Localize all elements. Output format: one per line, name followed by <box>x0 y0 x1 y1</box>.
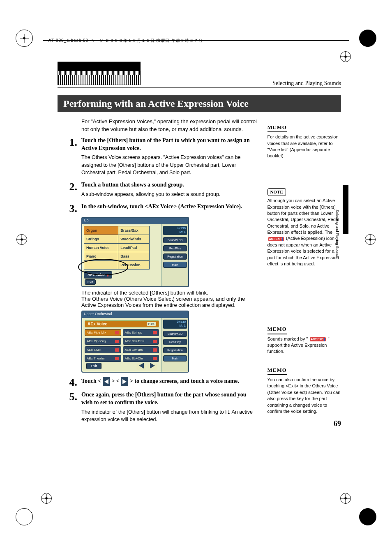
voice-aex-theater[interactable]: AEx Theater <box>85 355 121 362</box>
step-desc: The Others Voice screens appears. "Activ… <box>81 154 258 176</box>
group-leadpad[interactable]: Lead/Pad <box>118 244 150 252</box>
group-bass[interactable]: Bass <box>118 252 150 261</box>
intro-text: For "Active Expression Voices," operatin… <box>81 118 258 134</box>
group-organ[interactable]: Organ <box>84 226 118 235</box>
print-mark-icon <box>16 234 27 245</box>
exit-button[interactable]: Exit <box>85 279 96 285</box>
step-num: 3. <box>58 203 81 215</box>
step-num: 4. <box>58 377 81 389</box>
exit-button[interactable]: Exit <box>86 363 101 369</box>
after-screenshot-text: The indicator of the selected [Others] b… <box>81 290 258 296</box>
group-strings[interactable]: Strings <box>84 235 118 244</box>
step-1: 1. Touch the [Others] button of the Part… <box>58 137 258 179</box>
registration-button[interactable]: Registration <box>163 347 187 353</box>
memo-text: For details on the active expression voi… <box>267 134 341 159</box>
group-brass[interactable]: Brass/Sax <box>118 226 150 235</box>
voice-header: AEx Voice P.1/4 <box>85 320 159 327</box>
memo-text: Sounds marked by " ACT EXP " support the… <box>267 336 341 355</box>
note-label: NOTE <box>267 188 286 196</box>
print-mark-icon <box>41 493 52 504</box>
active-expression-icon: ACT EXP <box>310 337 325 341</box>
keyboard-illustration <box>58 62 141 85</box>
section-title: Performing with an Active Expression Voi… <box>58 95 341 112</box>
header-stamp: AT-800_e.book 69 ページ ２００８年１０月１５日 水曜日 午前９… <box>48 38 203 44</box>
prev-page-button[interactable] <box>136 364 146 370</box>
active-expression-icon: ACT EXP <box>268 237 284 241</box>
memo-label: MEMO <box>267 366 287 375</box>
screenshot-sound-groups: Up OrganBrass/Sax StringsWoodwinds Human… <box>81 217 189 287</box>
print-mark-icon <box>16 30 33 47</box>
page-number: 69 <box>334 419 341 428</box>
print-mark-icon <box>365 234 376 245</box>
next-page-button[interactable] <box>148 364 157 370</box>
after-screenshot-text: The Others Voice (Others Voice Select) s… <box>81 296 258 308</box>
note-block: NOTE Although you can select an Active E… <box>267 188 341 267</box>
memo-label: MEMO <box>267 124 287 132</box>
screen-title: Up <box>84 218 89 222</box>
step-num: 1. <box>58 137 81 179</box>
voice-aex-tmix[interactable]: AEx T.Mix <box>85 346 121 353</box>
note-text: Although you can select an Active Expres… <box>267 198 341 267</box>
group-humanvoice[interactable]: Human Voice <box>84 244 118 252</box>
sound-kbd-button[interactable]: Sound/KBD <box>163 237 187 243</box>
step-4: 4. Touch < > < > to change screens, and … <box>58 377 258 389</box>
memo-label: MEMO <box>267 325 287 334</box>
page-indicator: P.1/4 <box>147 322 156 326</box>
side-tab <box>343 185 348 234</box>
voice-aex-strings[interactable]: AEx Strings <box>123 329 159 336</box>
voice-aex-strtrml[interactable]: AEx Str+Trml <box>123 338 159 345</box>
rec-play-button[interactable]: Rec/Play <box>163 245 187 251</box>
sound-kbd-button[interactable]: Sound/KBD <box>163 331 187 337</box>
memo-text: You can also confirm the voice by touchi… <box>267 377 341 415</box>
memo-block: MEMO Sounds marked by " ACT EXP " suppor… <box>267 325 341 355</box>
voice-aex-strbrs[interactable]: AEx Str+Brs <box>123 346 159 353</box>
screenshot-voice-select: Upper Orchestral AEx Voice P.1/4 AEx Pip… <box>81 311 189 373</box>
voice-aex-strchr[interactable]: AEx Str+Chr <box>123 355 159 362</box>
voice-aex-pipemix[interactable]: AEx Pipe Mix <box>85 329 121 336</box>
breadcrumb: Selecting and Playing Sounds <box>272 80 341 87</box>
print-mark-icon <box>359 508 376 525</box>
step-3: 3. In the sub-window, touch <AEx Voice> … <box>58 203 258 215</box>
main-button[interactable]: Main <box>163 262 187 268</box>
print-mark-icon <box>340 51 351 62</box>
step-title: Touch the [Others] button of the Part to… <box>81 137 258 152</box>
step-title: Touch a button that shows a sound group. <box>81 181 258 189</box>
voice-aex-pipeorg[interactable]: AEx PipeOrg <box>85 338 121 345</box>
step-title: Once again, press the [Others] button fo… <box>81 391 258 407</box>
main-button[interactable]: Main <box>163 355 187 362</box>
print-mark-icon <box>340 493 351 504</box>
step-2: 2. Touch a button that shows a sound gro… <box>58 181 258 200</box>
step-title: Touch < > < > to change screens, and tou… <box>81 377 258 386</box>
tempo-display: ♩=130M: 1 <box>163 320 187 329</box>
step-num: 2. <box>58 181 81 200</box>
rec-play-button[interactable]: Rec/Play <box>163 339 187 345</box>
tempo-display: ♩=130M: 1 <box>163 226 187 235</box>
group-woodwinds[interactable]: Woodwinds <box>118 235 150 244</box>
step-title: In the sub-window, touch <AEx Voice> (Ac… <box>81 203 258 211</box>
step-5: 5. Once again, press the [Others] button… <box>58 391 258 426</box>
step-desc: The indicator of the [Others] button wil… <box>81 408 258 423</box>
right-arrow-icon <box>121 377 128 386</box>
print-mark-icon <box>359 30 376 47</box>
step-num: 5. <box>58 391 81 426</box>
left-arrow-icon <box>103 377 110 386</box>
step-desc: A sub-window appears, allowing you to se… <box>81 191 258 198</box>
memo-block: MEMO You can also confirm the voice by t… <box>267 366 341 415</box>
screen-title: Upper Orchestral <box>84 312 112 316</box>
memo-block: MEMO For details on the active expressio… <box>267 124 341 159</box>
registration-button[interactable]: Registration <box>163 253 187 260</box>
print-mark-icon <box>16 508 33 525</box>
